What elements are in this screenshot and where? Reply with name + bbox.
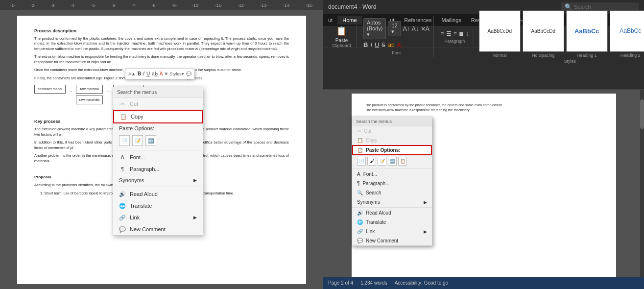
clipboard-icon[interactable]: 📋 <box>336 25 347 36</box>
italic-icon[interactable]: I <box>370 41 372 48</box>
ctx-read-aloud[interactable]: 🔊 Read Aloud <box>113 188 203 200</box>
style-h1-thumb[interactable]: AaBbCc <box>566 10 608 52</box>
font-family-dropdown[interactable]: Aptos (Body) ▾ <box>363 18 386 39</box>
justify-icon[interactable]: ≣ <box>459 30 464 37</box>
style-normal-wrap: AaBbCcDd Normal <box>479 10 521 58</box>
highlight-color-icon[interactable]: ab <box>388 42 394 48</box>
ruler-marks: ·1· ·2· ·3· ·4· ·5· ·6· ·7· ·8· ·9· ·10·… <box>2 3 321 8</box>
new-comment-r-icon: 💬 <box>357 238 363 243</box>
ctx-r-translate[interactable]: 🌐 Translate <box>352 217 432 227</box>
new-comment-icon[interactable]: 💬 <box>186 71 191 77</box>
copy-icon: 📋 <box>120 113 127 120</box>
paste-r-btn-1[interactable]: 📄 <box>357 157 366 166</box>
font-size-icon[interactable]: A▲ <box>128 71 136 77</box>
paste-btn-2[interactable]: 📝 <box>132 135 143 146</box>
ctx-r-cut[interactable]: ✂ Cut <box>352 126 432 136</box>
ctx-cut[interactable]: ✂ Cut <box>113 98 203 110</box>
scrollbar-thumb-right[interactable] <box>640 99 644 129</box>
ctx-r-font[interactable]: A Font... <box>352 169 432 179</box>
paste-r-btn-3[interactable]: 📝 <box>378 157 386 166</box>
doc-heading-process: Process description <box>34 28 289 34</box>
align-right-icon[interactable]: ≡ <box>453 30 457 37</box>
right-panel: document4 - Word 🔍 ut Home Insert ut Ref… <box>323 0 644 289</box>
style-nospacing-wrap: AaBbCcDd No Spacing <box>523 10 564 58</box>
mini-toolbar[interactable]: A▲ B I U ab̲ A ≡ Styles▾ 💬 <box>125 69 195 79</box>
style-h2-thumb[interactable]: AaBbCc <box>610 10 644 52</box>
style-h2-label: Heading 2 <box>620 53 641 58</box>
flow-arrow2: → <box>106 89 110 95</box>
ctx-r-read-aloud[interactable]: 🔊 Read Aloud <box>352 208 432 217</box>
font-group: Aptos (Body) ▾ 12 ▾ A↑ A↓ ✕A B I U S̶ ab… <box>359 16 434 57</box>
underline-icon[interactable]: U <box>375 41 379 48</box>
ctx-r-search[interactable]: Search the menus <box>352 117 432 126</box>
ctx-r-search-item[interactable]: 🔍 Search <box>352 188 432 197</box>
tab-ut[interactable]: ut <box>323 16 337 24</box>
ctx-link[interactable]: 🔗 Link ▶ <box>113 212 203 223</box>
ctx-synonyms[interactable]: Synonyms ▶ <box>113 175 203 186</box>
doc-para1: The product is conformed by the plastic … <box>34 36 289 52</box>
new-comment-left-icon: 💬 <box>119 226 126 233</box>
font-underline-icon[interactable]: U <box>146 71 150 77</box>
list-icon[interactable]: ≡ <box>165 71 167 77</box>
link-r-arrow: ▶ <box>424 229 427 234</box>
style-nospacing-thumb[interactable]: AaBbCcDd <box>523 10 564 52</box>
ribbon-row-top: 📋 Paste Clipboard Aptos (Body) ▾ 12 ▾ A↑… <box>323 26 644 48</box>
ctx-new-comment[interactable]: 💬 New Comment <box>113 223 203 235</box>
ctx-sep2 <box>113 187 203 187</box>
context-menu-left: Search the menus ✂ Cut 📋 Copy Paste Opti… <box>113 87 203 236</box>
shrink-font-icon[interactable]: A↓ <box>412 25 419 32</box>
font-bold-icon[interactable]: B <box>138 71 141 77</box>
align-center-icon[interactable]: ☰ <box>446 30 452 37</box>
font-r-icon: A <box>357 171 360 177</box>
paste-r-btn-5[interactable]: 📋 <box>398 157 407 166</box>
font-italic-icon[interactable]: I <box>143 71 144 77</box>
tab-home[interactable]: Home <box>337 16 361 24</box>
strikethrough-icon[interactable]: S̶ <box>382 42 385 48</box>
grow-font-icon[interactable]: A↑ <box>403 25 410 32</box>
left-panel: ·1· ·2· ·3· ·4· ·5· ·6· ·7· ·8· ·9· ·10·… <box>0 0 323 289</box>
ctx-r-new-comment[interactable]: 💬 New Comment <box>352 236 432 245</box>
clear-format-icon[interactable]: ✕A <box>421 25 429 32</box>
paste-r-btn-4[interactable]: 🔤 <box>388 157 397 166</box>
tab-review[interactable]: Mailings <box>437 16 466 24</box>
ctx-r-link[interactable]: 🔗 Link ▶ <box>352 227 432 236</box>
accessibility-status: Accessibility: Good to go <box>395 280 449 286</box>
status-bar: Page 2 of 4 1,234 words Accessibility: G… <box>323 277 644 289</box>
paste-icons: 📄 📝 🔤 <box>113 133 203 149</box>
copy-r-icon: 📋 <box>357 138 363 143</box>
line-spacing-icon[interactable]: ↕ <box>466 30 469 37</box>
ctx-r-synonyms[interactable]: Synonyms ▶ <box>352 197 432 207</box>
scrollbar-right[interactable] <box>640 90 644 289</box>
ctx-r-paste[interactable]: 📋 Paste Options: <box>352 145 432 155</box>
ctx-r-paragraph[interactable]: ¶ Paragraph... <box>352 179 432 188</box>
context-menu-right: Search the menus ✂ Cut 📋 Copy 📋 Paste Op… <box>352 117 432 246</box>
ctx-paragraph[interactable]: ¶ Paragraph... <box>113 163 203 175</box>
translate-r-icon: 🌐 <box>357 219 363 225</box>
paste-btn-1[interactable]: 📄 <box>119 135 130 146</box>
highlight-icon[interactable]: ab̲ <box>152 71 158 77</box>
style-dropdown[interactable]: Styles▾ <box>169 71 184 77</box>
style-normal-thumb[interactable]: AaBbCcDd <box>479 10 521 52</box>
flow-box-raw2: raw materials <box>76 96 103 104</box>
style-h1-wrap: AaBbCc Heading 1 <box>566 10 608 58</box>
ctx-r-sep1 <box>352 169 432 169</box>
bold-icon[interactable]: B <box>363 41 368 48</box>
ribbon: 📋 Paste Clipboard Aptos (Body) ▾ 12 ▾ A↑… <box>323 26 644 90</box>
font-color-r-icon[interactable]: A <box>397 42 401 48</box>
doc-area: A▲ B I U ab̲ A ≡ Styles▾ 💬 Process descr… <box>0 11 323 289</box>
ctx-font[interactable]: A Font... <box>113 151 203 163</box>
right-doc-text: The product is conformed by the plastic … <box>365 103 602 107</box>
paragraph-group-label: Paragraph <box>441 39 469 44</box>
paste-icons-r: 📄 🖌 📝 🔤 📋 <box>352 155 432 168</box>
font-size-dropdown[interactable]: 12 ▾ <box>388 21 401 36</box>
paste-btn-3[interactable]: 🔤 <box>145 135 156 146</box>
paste-r-btn-2[interactable]: 🖌 <box>367 157 376 166</box>
clipboard-label: Paste <box>335 38 348 43</box>
align-left-icon[interactable]: ≡ <box>441 30 444 37</box>
ctx-r-copy[interactable]: 📋 Copy <box>352 136 432 145</box>
read-aloud-icon: 🔊 <box>119 191 126 197</box>
ctx-search-left[interactable]: Search the menus <box>113 87 203 98</box>
ctx-translate[interactable]: 🌐 Translate <box>113 200 203 212</box>
font-color-icon[interactable]: A <box>160 71 163 77</box>
ctx-copy[interactable]: 📋 Copy <box>113 110 203 123</box>
